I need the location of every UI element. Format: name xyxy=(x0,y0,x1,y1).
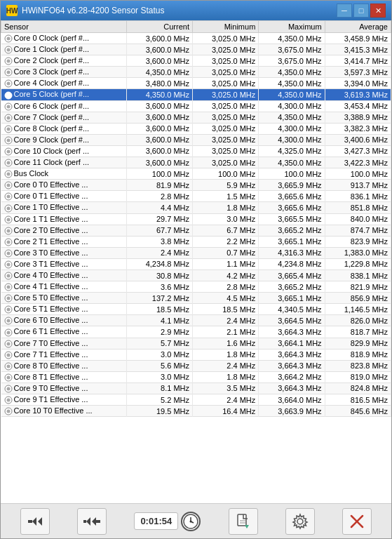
sensor-icon xyxy=(4,90,14,98)
sensor-icon xyxy=(4,282,14,291)
export-button[interactable] xyxy=(229,508,258,535)
svg-point-15 xyxy=(6,116,10,119)
sensor-name: Core 10 Clock (perf ... xyxy=(1,145,127,157)
table-row[interactable]: Core 5 Clock (perf #...4,350.0 MHz3,025.… xyxy=(1,89,391,100)
sensor-minimum: 2.2 MHz xyxy=(193,236,259,247)
svg-point-11 xyxy=(6,93,10,97)
table-row[interactable]: Core 2 T1 Effective ...3.8 MHz2.2 MHz3,6… xyxy=(1,236,391,247)
close-app-button[interactable] xyxy=(342,508,372,535)
table-row[interactable]: Core 3 T0 Effective ...2.4 MHz0.7 MHz4,3… xyxy=(1,247,391,258)
sensor-maximum: 3,675.0 MHz xyxy=(259,55,325,67)
sensor-current: 8.1 MHz xyxy=(126,382,192,394)
table-row[interactable]: Core 10 Clock (perf ...3,600.0 MHz3,025.… xyxy=(1,145,391,157)
svg-marker-82 xyxy=(245,525,249,528)
table-row[interactable]: Core 9 T1 Effective ...5.2 MHz2.4 MHz3,6… xyxy=(1,394,391,406)
sensor-name: Core 11 Clock (perf ... xyxy=(1,157,127,168)
header-sensor: Sensor xyxy=(1,21,127,33)
close-button[interactable]: ✕ xyxy=(370,4,386,18)
sensor-current: 3,480.0 MHz xyxy=(126,78,192,89)
sensor-maximum: 3,675.0 MHz xyxy=(259,44,325,55)
sensor-average: 1,383.0 MHz xyxy=(325,247,391,258)
settings-button[interactable] xyxy=(285,508,315,535)
table-row[interactable]: Core 11 Clock (perf ...3,600.0 MHz3,025.… xyxy=(1,157,391,168)
table-row[interactable]: Core 2 T0 Effective ...67.7 MHz6.7 MHz3,… xyxy=(1,225,391,236)
svg-rect-73 xyxy=(96,520,100,523)
table-row[interactable]: Core 1 T1 Effective ...29.7 MHz3.0 MHz3,… xyxy=(1,213,391,225)
table-body: Core 0 Clock (perf #...3,600.0 MHz3,025.… xyxy=(1,33,391,417)
sensor-name: Core 1 T1 Effective ... xyxy=(1,213,127,225)
table-row[interactable]: Core 4 T0 Effective ...30.8 MHz4.2 MHz3,… xyxy=(1,270,391,281)
sensor-name: Core 1 T0 Effective ... xyxy=(1,202,127,213)
sensor-current: 3,600.0 MHz xyxy=(126,134,192,145)
table-row[interactable]: Core 8 Clock (perf #...3,600.0 MHz3,025.… xyxy=(1,123,391,134)
svg-point-1 xyxy=(6,37,10,41)
svg-point-33 xyxy=(6,218,10,221)
table-row[interactable]: Core 0 Clock (perf #...3,600.0 MHz3,025.… xyxy=(1,33,391,44)
table-row[interactable]: Core 7 Clock (perf #...3,600.0 MHz3,025.… xyxy=(1,112,391,123)
table-row[interactable]: Core 10 T0 Effective ...19.5 MHz16.4 MHz… xyxy=(1,406,391,417)
window-title: HWiNFO64 v6.28-4200 Sensor Status xyxy=(22,6,164,15)
gear-icon xyxy=(292,513,309,530)
table-row[interactable]: Core 7 T0 Effective ...5.7 MHz1.6 MHz3,6… xyxy=(1,338,391,349)
table-row[interactable]: Core 8 T1 Effective ...3.0 MHz1.8 MHz3,6… xyxy=(1,371,391,382)
table-row[interactable]: Core 6 Clock (perf #...3,600.0 MHz3,025.… xyxy=(1,100,391,112)
table-row[interactable]: Core 6 T1 Effective ...2.9 MHz2.1 MHz3,6… xyxy=(1,326,391,338)
svg-point-83 xyxy=(297,519,303,524)
sensor-average: 100.0 MHz xyxy=(325,168,391,180)
sensor-current: 3,600.0 MHz xyxy=(126,44,192,55)
table-row[interactable]: Core 0 T1 Effective ...2.8 MHz1.5 MHz3,6… xyxy=(1,191,391,202)
svg-point-35 xyxy=(6,229,10,232)
sensor-minimum: 3,025.0 MHz xyxy=(193,145,259,157)
table-row[interactable]: Core 0 T0 Effective ...81.9 MHz5.9 MHz3,… xyxy=(1,180,391,191)
sensor-icon xyxy=(4,327,14,335)
table-row[interactable]: Core 7 T1 Effective ...3.0 MHz1.8 MHz3,6… xyxy=(1,349,391,360)
table-row[interactable]: Core 6 T0 Effective ...4.1 MHz2.4 MHz3,6… xyxy=(1,315,391,326)
sensor-maximum: 3,664.3 MHz xyxy=(259,349,325,360)
minimize-button[interactable]: ─ xyxy=(337,4,352,18)
sensor-average: 3,597.3 MHz xyxy=(325,67,391,78)
sensor-name: Core 5 Clock (perf #... xyxy=(1,89,127,100)
svg-point-29 xyxy=(6,195,10,199)
svg-point-13 xyxy=(6,105,10,108)
table-row[interactable]: Core 9 Clock (perf #...3,600.0 MHz3,025.… xyxy=(1,134,391,145)
table-row[interactable]: Core 5 T0 Effective ...137.2 MHz4.5 MHz3… xyxy=(1,293,391,304)
table-row[interactable]: Core 9 T0 Effective ...8.1 MHz3.5 MHz3,6… xyxy=(1,382,391,394)
sensor-average: 3,458.9 MHz xyxy=(325,33,391,44)
sensor-average: 823.8 MHz xyxy=(325,360,391,371)
table-row[interactable]: Core 5 T1 Effective ...18.5 MHz18.5 MHz4… xyxy=(1,304,391,315)
table-header: Sensor Current Minimum Maximum Average xyxy=(1,21,391,33)
table-row[interactable]: Core 1 T0 Effective ...4.4 MHz1.8 MHz3,6… xyxy=(1,202,391,213)
table-row[interactable]: Bus Clock100.0 MHz100.0 MHz100.0 MHz100.… xyxy=(1,168,391,180)
timer-group: 0:01:54 xyxy=(134,512,201,531)
sensor-average: 913.7 MHz xyxy=(325,180,391,191)
table-row[interactable]: Core 3 T1 Effective ...4,234.8 MHz1.1 MH… xyxy=(1,258,391,270)
sensor-current: 67.7 MHz xyxy=(126,225,192,236)
maximize-button[interactable]: □ xyxy=(353,4,369,18)
sensor-minimum: 5.9 MHz xyxy=(193,180,259,191)
table-row[interactable]: Core 4 T1 Effective ...3.6 MHz2.8 MHz3,6… xyxy=(1,281,391,293)
table-row[interactable]: Core 3 Clock (perf #...4,350.0 MHz3,025.… xyxy=(1,67,391,78)
reset-button[interactable] xyxy=(77,508,107,535)
sensor-maximum: 4,350.0 MHz xyxy=(259,78,325,89)
nav-back-forward-button[interactable] xyxy=(20,508,50,535)
sensor-current: 29.7 MHz xyxy=(126,213,192,225)
sensor-average: 3,394.0 MHz xyxy=(325,78,391,89)
svg-point-39 xyxy=(6,251,10,255)
sensor-maximum: 4,300.0 MHz xyxy=(259,123,325,134)
table-row[interactable]: Core 1 Clock (perf #...3,600.0 MHz3,025.… xyxy=(1,44,391,55)
sensor-average: 3,427.3 MHz xyxy=(325,145,391,157)
sensor-name: Core 2 T0 Effective ... xyxy=(1,225,127,236)
sensor-current: 5.7 MHz xyxy=(126,338,192,349)
sensor-name: Bus Clock xyxy=(1,168,127,180)
sensor-maximum: 3,664.3 MHz xyxy=(259,360,325,371)
sensor-average: 3,382.3 MHz xyxy=(325,123,391,134)
sensor-icon xyxy=(4,260,14,268)
table-row[interactable]: Core 4 Clock (perf #...3,480.0 MHz3,025.… xyxy=(1,78,391,89)
sensor-average: 829.9 MHz xyxy=(325,338,391,349)
table-row[interactable]: Core 8 T0 Effective ...5.6 MHz2.4 MHz3,6… xyxy=(1,360,391,371)
sensor-icon xyxy=(4,45,14,53)
svg-marker-69 xyxy=(38,517,42,526)
sensor-maximum: 4,350.0 MHz xyxy=(259,157,325,168)
table-row[interactable]: Core 2 Clock (perf #...3,600.0 MHz3,025.… xyxy=(1,55,391,67)
sensor-name: Core 2 T1 Effective ... xyxy=(1,236,127,247)
